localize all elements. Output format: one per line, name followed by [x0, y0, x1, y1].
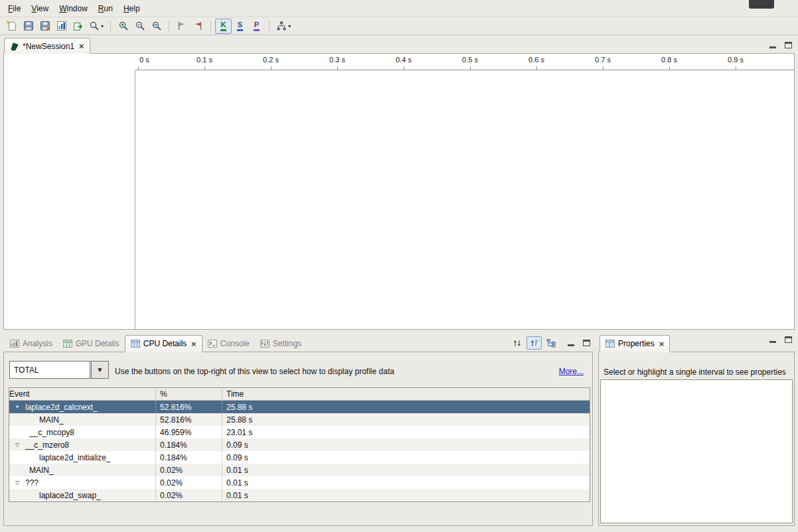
- zoom-fit-button[interactable]: [148, 19, 165, 34]
- percent-value: 46.959%: [156, 426, 222, 438]
- properties-tab-close-icon[interactable]: ×: [659, 340, 665, 348]
- toolbar-separator: [110, 21, 111, 32]
- maximize-icon[interactable]: [785, 336, 792, 343]
- sort-icon: [513, 339, 522, 348]
- chart-button[interactable]: [53, 19, 70, 34]
- session-tab[interactable]: *NewSession1 ×: [4, 38, 90, 54]
- zoom-in-icon: [118, 21, 129, 31]
- menu-file[interactable]: File: [3, 2, 26, 15]
- minimize-icon[interactable]: [769, 42, 776, 48]
- session-tab-label: *NewSession1: [23, 42, 74, 51]
- maximize-icon[interactable]: [785, 42, 792, 48]
- zoom-out-button[interactable]: [131, 19, 148, 34]
- export-button[interactable]: [70, 19, 86, 34]
- table-row[interactable]: ▽??? 0.02% 0.01 s: [9, 476, 590, 489]
- stream-icon: S: [237, 21, 243, 31]
- column-header-percent[interactable]: %: [156, 388, 222, 400]
- session-tab-close-icon[interactable]: ×: [79, 42, 84, 50]
- timeline-canvas[interactable]: [136, 70, 794, 329]
- event-name: laplace2d_initialize_: [39, 453, 110, 462]
- event-name: laplace2d_calcnext_: [25, 403, 98, 412]
- ruler-tickmark: [470, 66, 471, 70]
- tab-gpu-details[interactable]: GPU Details: [58, 335, 125, 352]
- ruler-tickmark: [736, 66, 736, 70]
- cpu-details-view: TOTAL ▼ Use the buttons on the top-right…: [3, 352, 593, 526]
- tree-view-button[interactable]: [544, 336, 559, 350]
- save-as-button[interactable]: [37, 19, 53, 34]
- details-window-controls: [568, 340, 590, 346]
- time-value: 23.01 s: [222, 426, 590, 438]
- table-row[interactable]: laplace2d_initialize_ 0.184% 0.09 s: [9, 451, 590, 464]
- tab-console[interactable]: Console: [202, 335, 255, 352]
- timeline-row-labels-pane: [4, 70, 135, 329]
- tab-properties[interactable]: Properties ×: [599, 335, 670, 352]
- minimize-icon[interactable]: [769, 337, 776, 343]
- table-row[interactable]: MAIN_ 0.02% 0.01 s: [9, 464, 590, 476]
- display-mode-combo[interactable]: TOTAL ▼: [9, 361, 109, 379]
- sort-button[interactable]: [509, 336, 524, 350]
- table-row[interactable]: MAIN_ 52.816% 25.88 s: [9, 413, 590, 426]
- save-button[interactable]: [20, 19, 37, 34]
- tab-label: GPU Details: [76, 340, 120, 348]
- search-icon: [89, 21, 100, 31]
- percent-value: 0.02%: [156, 476, 222, 489]
- minimize-icon[interactable]: [568, 340, 574, 346]
- time-value: 0.01 s: [222, 489, 590, 501]
- percent-value: 0.02%: [156, 489, 222, 501]
- analysis-button[interactable]: ▾: [274, 19, 293, 34]
- details-panel-toolbar: [509, 336, 590, 350]
- time-value: 0.01 s: [222, 464, 590, 476]
- menu-view[interactable]: View: [26, 2, 54, 15]
- process-timeline-toggle[interactable]: P: [248, 19, 265, 34]
- toolbar-separator: [169, 21, 169, 32]
- tab-settings[interactable]: Settings: [255, 335, 307, 352]
- properties-view: Select or highlight a single interval to…: [598, 352, 795, 526]
- time-value: 25.88 s: [222, 413, 590, 426]
- tab-analysis[interactable]: Analysis: [5, 335, 58, 352]
- more-link[interactable]: More...: [559, 367, 584, 376]
- time-value: 0.01 s: [222, 476, 590, 489]
- percent-value: 52.816%: [156, 413, 222, 426]
- new-session-button[interactable]: [3, 19, 20, 34]
- ruler-tickmark: [271, 66, 272, 70]
- menu-bar: File View Window Run Help: [0, 0, 798, 17]
- table-row[interactable]: __c_mcopy8 46.959% 23.01 s: [9, 426, 590, 438]
- tab-label: Analysis: [23, 340, 52, 348]
- menu-window[interactable]: Window: [54, 2, 93, 15]
- next-marker-button[interactable]: [173, 19, 190, 34]
- combo-value[interactable]: TOTAL: [9, 361, 90, 379]
- expander-icon[interactable]: ▽: [13, 480, 21, 486]
- column-header-event[interactable]: Event: [9, 388, 156, 400]
- menu-help[interactable]: Help: [118, 2, 145, 15]
- kernel-timeline-toggle[interactable]: K: [215, 19, 232, 34]
- table-row[interactable]: ▼laplace2d_calcnext_ 52.816% 25.88 s: [9, 401, 590, 413]
- ruler-tickmark: [669, 66, 670, 70]
- column-header-time[interactable]: Time: [222, 388, 590, 400]
- prev-marker-button[interactable]: [190, 19, 206, 34]
- analysis-fork-icon: [276, 21, 287, 31]
- combo-dropdown-button[interactable]: ▼: [91, 361, 109, 379]
- properties-tab-icon: [605, 340, 615, 348]
- search-button[interactable]: ▾: [86, 19, 106, 34]
- timeline-editor: 0 s 0.1 s 0.2 s 0.3 s 0.4 s 0.5 s 0.6 s …: [3, 53, 795, 330]
- ruler-tickmark: [404, 66, 404, 70]
- flat-view-button[interactable]: [526, 336, 542, 350]
- time-value: 25.88 s: [222, 401, 590, 413]
- menu-run[interactable]: Run: [93, 2, 118, 15]
- zoom-in-button[interactable]: [115, 19, 131, 34]
- stream-timeline-toggle[interactable]: S: [232, 19, 248, 34]
- maximize-icon[interactable]: [583, 340, 590, 346]
- timeline-ruler[interactable]: 0 s 0.1 s 0.2 s 0.3 s 0.4 s 0.5 s 0.6 s …: [135, 54, 794, 70]
- cpu-details-tab-close-icon[interactable]: ×: [191, 340, 197, 348]
- properties-panel: Properties × Select or highlight a singl…: [598, 334, 795, 526]
- bar-chart-icon: [56, 21, 67, 31]
- tab-label: Console: [220, 340, 250, 348]
- expander-icon[interactable]: ▽: [13, 442, 21, 448]
- expander-icon[interactable]: ▼: [13, 404, 21, 410]
- table-row[interactable]: laplace2d_swap_ 0.02% 0.01 s: [9, 489, 590, 501]
- gpu-details-tab-icon: [63, 340, 72, 348]
- cpu-details-tab-icon: [131, 340, 140, 348]
- tab-cpu-details[interactable]: CPU Details ×: [125, 335, 202, 352]
- table-row[interactable]: ▽__c_mzero8 0.184% 0.09 s: [9, 438, 590, 451]
- toolbar-separator: [210, 21, 211, 32]
